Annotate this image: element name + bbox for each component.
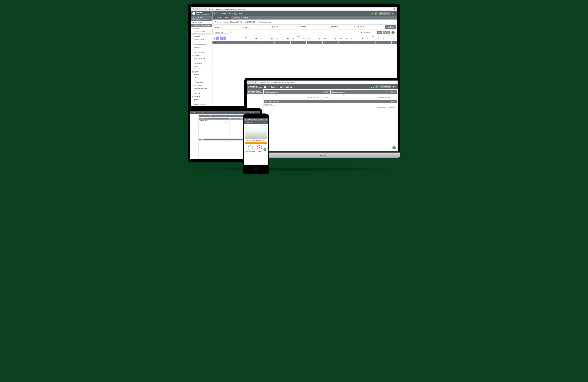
- sidebar-item-export[interactable]: Export des données: [191, 41, 212, 43]
- alert-banner[interactable]: 01 facture(s) à contrôler se cette pério…: [245, 142, 267, 144]
- info-icon[interactable]: ⓘ: [245, 37, 247, 40]
- sidebar-item-heures-sup[interactable]: 👤 Heures supplémentaires: [191, 24, 212, 27]
- revenue-chart[interactable]: [245, 127, 267, 139]
- breadcrumb-item[interactable]: Tableau de bord: [201, 112, 209, 113]
- search-input[interactable]: [264, 94, 275, 96]
- planning-cell[interactable]: [370, 41, 376, 44]
- planning-cell[interactable]: [317, 41, 322, 44]
- planning-cell[interactable]: [386, 41, 392, 44]
- url-bar[interactable]: 🔒 platform.sekur.fr/#/platform/service/a…: [207, 8, 393, 10]
- legend-item[interactable]: CA ht facturé: [247, 140, 255, 141]
- planning-cell[interactable]: [365, 41, 370, 44]
- planning-cell[interactable]: [312, 41, 317, 44]
- breadcrumb-item[interactable]: Planning: [229, 13, 236, 15]
- fab-add-button[interactable]: +: [264, 148, 266, 151]
- gear-icon[interactable]: ⚙: [264, 122, 265, 123]
- sidebar-item-indispo[interactable]: Indisponibilités: [191, 38, 212, 41]
- planning-cell[interactable]: [322, 41, 328, 44]
- star-icon[interactable]: ✱: [375, 85, 378, 89]
- sidebar-user-header[interactable]: SEKUR Démo lewebfrancais@gmail.com: [247, 84, 263, 90]
- back-icon[interactable]: ←: [267, 86, 269, 88]
- planning-cell[interactable]: [269, 41, 274, 44]
- window-controls[interactable]: [248, 82, 254, 83]
- planning-cell[interactable]: [296, 41, 301, 44]
- sidebar-user-header[interactable]: SEKUR Démo lewebfrancais@gmail.com: [191, 11, 212, 16]
- page-first-button[interactable]: |‹: [325, 97, 326, 98]
- search-icon[interactable]: 🔍: [230, 31, 232, 34]
- menu-icon[interactable]: ☰: [245, 119, 246, 120]
- legend-item[interactable]: CA ht encaissé: [256, 140, 264, 141]
- megaphone-icon[interactable]: 📢: [391, 13, 393, 15]
- calendar-day[interactable]: 14M: [259, 38, 264, 41]
- view-p4s-button[interactable]: P4S: [377, 31, 382, 34]
- calendar-day[interactable]: 30V: [344, 38, 349, 41]
- sidebar-item-mains-courantes[interactable]: Mains courantes: [191, 57, 212, 60]
- planning-cell[interactable]: [349, 41, 354, 44]
- planning-cell[interactable]: [376, 41, 381, 44]
- calendar-day[interactable]: 16V: [269, 38, 274, 41]
- sidebar-agency-header[interactable]: Agence de l'étang lewebfrancais@gmail.co…: [247, 90, 263, 94]
- filter-sites[interactable]: ⊕ Sites▾Tous les sites: [299, 25, 328, 29]
- fullscreen-icon[interactable]: ⛶: [374, 32, 376, 33]
- sidebar-item-param-email[interactable]: Email & export: [191, 106, 212, 106]
- star-icon[interactable]: ✱: [374, 12, 378, 15]
- add-button[interactable]: +: [255, 112, 256, 113]
- search-icon[interactable]: Q: [371, 86, 372, 88]
- planning-cell[interactable]: [253, 41, 259, 44]
- page-next-button[interactable]: ›: [396, 97, 397, 98]
- sidebar-item-param-devis[interactable]: Devis & Factures: [191, 103, 212, 106]
- page-next-button[interactable]: ›: [328, 97, 328, 98]
- sidebar-group-terrain[interactable]: 🌐 Terrain⌃: [191, 54, 212, 57]
- search-input[interactable]: [332, 94, 342, 96]
- megaphone-icon[interactable]: 📢: [392, 86, 394, 88]
- calendar-day[interactable]: 27M: [328, 38, 333, 41]
- breadcrumb-item[interactable]: Tableau de bord: [279, 86, 292, 88]
- add-button[interactable]: + AJOUTER: [379, 86, 391, 88]
- calendar-day[interactable]: 29J: [338, 38, 344, 41]
- calendar-day[interactable]: 18D: [280, 38, 285, 41]
- calendar-day[interactable]: 13M: [253, 38, 259, 41]
- expand-icon[interactable]: ⛶: [265, 122, 267, 123]
- calendar-day[interactable]: 19L: [285, 38, 291, 41]
- sidebar-item-demandes[interactable]: Demandes: [191, 46, 212, 49]
- planning-cell[interactable]: [248, 41, 253, 44]
- planning-cell[interactable]: [359, 41, 365, 44]
- tab-planning-agents[interactable]: PLANNING AGENTS: [231, 16, 251, 20]
- calendar-day[interactable]: 1S: [349, 38, 354, 41]
- breadcrumb-item[interactable]: Gestion: [271, 86, 276, 88]
- view-mois-button[interactable]: MOIS: [383, 31, 390, 34]
- breadcrumb-item[interactable]: Gestion: [194, 112, 198, 113]
- calendar-day[interactable]: 22J: [301, 38, 306, 41]
- calendar-day[interactable]: 28M: [333, 38, 338, 41]
- nav-back-icon[interactable]: ←: [199, 8, 201, 10]
- search-input[interactable]: [215, 32, 229, 34]
- sidebar-item-param-terrain[interactable]: Terrain: [191, 101, 212, 103]
- help-icon[interactable]: ?: [266, 119, 267, 120]
- planning-cell[interactable]: [392, 41, 397, 44]
- sidebar-item-param-agence[interactable]: Agence: [191, 98, 212, 101]
- sidebar-item-points-controle[interactable]: Points de contrôle: [191, 67, 212, 70]
- calendar-day[interactable]: 8S: [386, 38, 392, 41]
- search-icon[interactable]: 🔍: [343, 94, 345, 96]
- chart-home-icon[interactable]: 🏠: [264, 125, 266, 126]
- nav-back-icon[interactable]: ←: [255, 82, 257, 83]
- filter-filtres[interactable]: Filtres0 filtre: [213, 25, 242, 29]
- help-icon[interactable]: ?: [258, 112, 258, 113]
- browser-menu-icon[interactable]: ⋮: [394, 8, 395, 10]
- search-icon[interactable]: Q: [370, 13, 371, 15]
- calendar-day[interactable]: 20M: [291, 38, 296, 41]
- window-controls[interactable]: [193, 8, 198, 10]
- search-input[interactable]: [264, 104, 275, 106]
- fab-add-button[interactable]: +: [392, 146, 396, 150]
- filter-statuts[interactable]: Statuts8 statuts: [242, 25, 271, 29]
- agent-icon[interactable]: [220, 37, 223, 40]
- panel-action-icon[interactable]: ⟳: [324, 91, 326, 93]
- calendar-day[interactable]: 26L: [322, 38, 328, 41]
- metric-solde-client[interactable]: 👁 769999 Solde client: [257, 145, 262, 154]
- sidebar-group-gestion[interactable]: 📁 Gestion⌃: [191, 27, 212, 30]
- calendar-day[interactable]: 2D: [354, 38, 359, 41]
- calendar-day[interactable]: 6J: [376, 38, 381, 41]
- chevron-down-icon[interactable]: ⌄: [393, 21, 395, 23]
- date-range[interactable]: 01/01/2020 - 31/12/2020: [250, 119, 264, 120]
- breadcrumb-item[interactable]: Gestion: [220, 13, 226, 15]
